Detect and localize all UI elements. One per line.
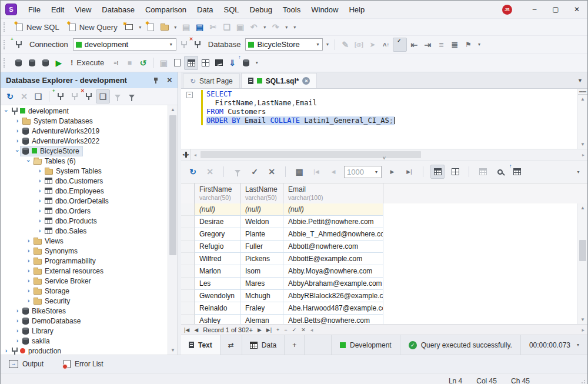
toolbar-connection-grip[interactable]	[4, 40, 8, 49]
new-query-button[interactable]: New Query	[65, 21, 122, 34]
new-sql-button[interactable]: New SQL	[12, 21, 64, 34]
stop-button[interactable]: ■	[123, 56, 136, 69]
script-database-button[interactable]	[25, 56, 38, 69]
tab-list-dropdown-icon[interactable]: ▼	[577, 78, 583, 84]
export-data-button[interactable]: ↑	[239, 56, 252, 69]
duplicate-object-button[interactable]: ❏	[32, 90, 45, 103]
table-row[interactable]: LesMaresAbbyAbraham@example.com	[181, 278, 578, 290]
sql-editor[interactable]: − SELECT FirstName,LastName,EmailFROM Cu…	[181, 88, 587, 149]
previous-record-button[interactable]: ◀	[194, 327, 198, 333]
scroll-down-icon[interactable]: ▼	[578, 140, 587, 149]
column-header-lastname[interactable]: LastNamevarchar(50)	[240, 183, 283, 203]
chart-button[interactable]	[212, 56, 225, 69]
code-line-2[interactable]: FirstName,LastName,Email	[206, 99, 577, 108]
table-row[interactable]: ReinaldoFraleyAbe.Harwood487@example.com	[181, 302, 578, 315]
resize-grip[interactable]	[579, 380, 585, 384]
redo-button[interactable]: ↷	[269, 21, 282, 34]
new-document-button[interactable]	[145, 21, 158, 34]
save-all-button[interactable]: ▤	[193, 21, 206, 34]
scroll-up-icon[interactable]: ▲	[168, 105, 178, 114]
search-grid-button[interactable]	[493, 165, 506, 178]
stop-results-button[interactable]: ✕	[203, 165, 216, 178]
expand-arrow-icon[interactable]: ›	[25, 258, 32, 264]
tree-item-adventureworks2019[interactable]: ›AdventureWorks2019	[1, 126, 168, 136]
query-history-button[interactable]: ↺	[136, 56, 149, 69]
execute-button[interactable]: ▶	[52, 56, 65, 69]
row-header-cell[interactable]	[181, 290, 195, 302]
undo-button[interactable]: ↶	[248, 21, 260, 34]
swap-results-button[interactable]: ⇄	[220, 335, 242, 355]
cancel-edit-button[interactable]: ✕	[301, 327, 306, 333]
column-header-email[interactable]: Emailvarchar(100)	[283, 183, 383, 203]
table-cell[interactable]: AbbyRBlalock826@example.com	[283, 290, 383, 302]
expand-arrow-icon[interactable]: ›	[14, 318, 21, 324]
new-object-dropdown[interactable]: ▾	[136, 21, 144, 34]
first-page-button[interactable]: |◀	[310, 165, 323, 178]
expand-arrow-icon[interactable]: ›	[36, 198, 43, 204]
table-cell[interactable]: Abbott@nowhere.com	[283, 241, 383, 253]
expand-arrow-icon[interactable]: ›	[14, 138, 21, 144]
toolbar-execute-grip[interactable]	[4, 58, 8, 68]
menu-window[interactable]: Window	[306, 3, 343, 16]
tab-data[interactable]: Data	[242, 335, 285, 355]
document-categories-toggle[interactable]: ❏	[96, 89, 110, 103]
row-header-cell[interactable]	[181, 315, 195, 324]
table-cell[interactable]: Plante	[240, 228, 283, 241]
scroll-up-icon[interactable]: ▲	[578, 95, 587, 103]
code-line-3[interactable]: FROM Customers	[206, 108, 577, 116]
edit-database-button[interactable]	[12, 56, 25, 69]
import-data-button[interactable]: ⇓	[226, 56, 239, 69]
tree-item-library[interactable]: ›Library	[1, 326, 168, 336]
expand-arrow-icon[interactable]: ›	[36, 178, 43, 184]
expand-arrow-icon[interactable]: ›	[25, 298, 32, 304]
editor-scrollbar[interactable]: ▬▬ ▲ ▼	[577, 89, 587, 149]
table-cell[interactable]: Marlon	[195, 265, 240, 278]
refresh-button[interactable]: ↻	[4, 90, 16, 103]
row-header-cell[interactable]	[181, 278, 195, 290]
table-cell[interactable]: Reinaldo	[195, 302, 240, 315]
connection-combo-arrow-icon[interactable]: ▾	[169, 42, 173, 47]
tree-item-bikestores[interactable]: ›BikeStores	[1, 306, 168, 316]
expand-arrow-icon[interactable]: ›	[36, 168, 43, 174]
maximize-button[interactable]: ▢	[545, 1, 566, 18]
tree-item-security[interactable]: ›Security	[1, 296, 168, 306]
execute-text-button[interactable]: !Execute	[66, 56, 109, 69]
table-cell[interactable]: Abbie.Pettit@nowhere.com	[283, 216, 383, 228]
tree-item-production[interactable]: ›production	[1, 346, 168, 355]
next-page-button[interactable]: ▶	[386, 165, 399, 178]
table-row[interactable]: DesiraeWeldonAbbie.Pettit@nowhere.com	[181, 216, 578, 228]
validate-database-button[interactable]	[39, 56, 52, 69]
tree-item-adventureworks2022[interactable]: ›AdventureWorks2022	[1, 136, 168, 146]
code-line-1[interactable]: SELECT	[206, 90, 577, 99]
tree-item-programmability[interactable]: ›Programmability	[1, 256, 168, 266]
collapse-results-icon[interactable]: ˅	[376, 155, 393, 161]
bookmark-button[interactable]: ⚑	[462, 38, 475, 51]
toolbar-main-overflow[interactable]: ▾	[291, 21, 299, 34]
expand-arrow-icon[interactable]: ›	[25, 278, 32, 284]
new-connection-button[interactable]: +	[12, 38, 25, 51]
results-layout-button[interactable]	[199, 56, 212, 69]
expand-arrow-icon[interactable]: ›	[14, 328, 21, 334]
refactor-button[interactable]: ✎	[339, 38, 352, 51]
apply-changes-button[interactable]: ✓	[248, 165, 261, 178]
column-header-firstname[interactable]: FirstNamevarchar(50)	[195, 183, 240, 203]
table-cell[interactable]: Desirae	[195, 216, 240, 228]
expand-arrow-icon[interactable]: ›	[25, 238, 32, 244]
menu-tools[interactable]: Tools	[278, 3, 306, 16]
table-row[interactable]: MarlonIsomAbby.Moya@nowhere.com	[181, 265, 578, 278]
format-sql-button[interactable]	[393, 38, 407, 52]
tree-item-dbo-customers[interactable]: ›dbo.Customers	[1, 176, 168, 186]
collapse-arrow-icon[interactable]: ›	[14, 148, 21, 154]
post-edit-button[interactable]: ✓	[292, 327, 297, 333]
table-cell[interactable]: Abbie_T_Ahmed@nowhere.com	[283, 228, 383, 241]
toolbar-main-grip[interactable]	[4, 22, 8, 32]
refresh-results-button[interactable]: ↻	[186, 165, 199, 178]
table-cell[interactable]: Abel.Betts@nowhere.com	[283, 315, 383, 324]
results-grid-toggle[interactable]	[184, 56, 198, 70]
table-row[interactable]: GregoryPlanteAbbie_T_Ahmed@nowhere.com	[181, 228, 578, 241]
scroll-down-icon[interactable]: ▼	[168, 346, 178, 355]
row-header-cell[interactable]	[181, 241, 195, 253]
table-cell[interactable]: AbbottE@example.com	[283, 253, 383, 265]
open-file-dropdown[interactable]: ▾	[172, 21, 179, 34]
uncomment-button[interactable]: ≣	[448, 38, 461, 51]
